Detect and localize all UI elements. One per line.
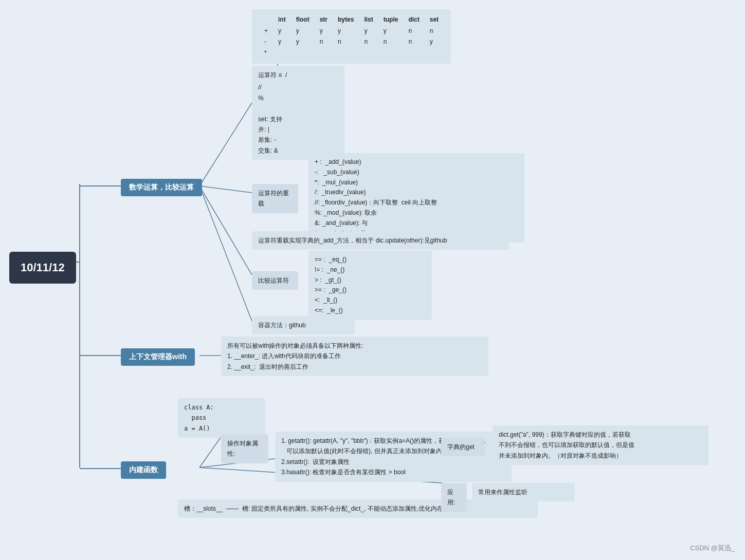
overload-label-box: 运算符的重载 — [252, 184, 298, 213]
main-container: 10/11/12 数学运算，比较运算 上下文管理器with 内建函数 int f… — [0, 0, 745, 560]
svg-line-14 — [199, 437, 221, 468]
svg-line-9 — [199, 186, 252, 321]
op-content: // % set: 支持 并: | 差集: - 交集: & — [258, 82, 338, 156]
compare-detail-box: == : _eq_() != : _ne_() > : _gt_() >= : … — [308, 251, 432, 320]
operator-symbol-box: 运算符 ≡ / // % set: 支持 并: | 差集: - 交集: & — [252, 66, 344, 160]
svg-line-8 — [199, 186, 252, 275]
apply-detail: 常用来作属性监听 — [472, 483, 575, 501]
root-node: 10/11/12 — [9, 252, 76, 284]
class-box: class A: pass a = A() — [178, 398, 265, 438]
footer: CSDN @莫迅_ — [690, 544, 735, 553]
svg-line-6 — [199, 103, 252, 186]
topic-with: 上下文管理器with — [121, 348, 195, 366]
dict-get-detail: dict.get("a", 999)：获取字典键对应的值，若获取 不到不会报错，… — [493, 425, 708, 465]
svg-line-7 — [199, 186, 252, 193]
slots-note: 槽：__slots__ —— 槽: 固定类所具有的属性, 实例不会分配_dict… — [178, 499, 538, 518]
op-label: 运算符 ≡ / — [258, 70, 338, 80]
overload-detail-box: + : _add_(value) -: _sub_(value) *: _mul… — [308, 153, 524, 242]
topic-math: 数学运算，比较运算 — [121, 179, 202, 196]
apply-label: 应用: — [441, 483, 467, 512]
with-box: 所有可以被with操作的对象必须具备以下两种属性: 1. __enter_: 进… — [221, 337, 488, 376]
dict-get-label: 字典的get — [441, 438, 485, 456]
topic-builtin: 内建函数 — [121, 461, 166, 479]
container-note: 容器方法：github — [252, 316, 355, 334]
overload-note: 运算符重载实现字典的_add_方法，相当于 dic.update(other):… — [252, 231, 509, 250]
compare-label-box: 比较运算符 — [252, 271, 298, 290]
operator-table: int floot str bytes list tuple dict set … — [252, 9, 451, 64]
attr-label-box: 操作对象属性: — [221, 434, 268, 463]
